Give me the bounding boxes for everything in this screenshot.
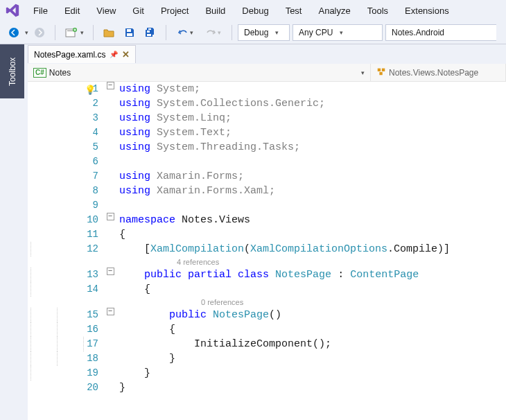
menu-extensions[interactable]: Extensions bbox=[396, 3, 457, 19]
open-file-button[interactable] bbox=[99, 24, 119, 42]
codelens-references[interactable]: 4 references bbox=[28, 256, 506, 268]
caret-down-icon: ▾ bbox=[275, 29, 279, 36]
vs-logo bbox=[4, 2, 21, 19]
fold-toggle[interactable]: − bbox=[107, 308, 114, 315]
menu-build[interactable]: Build bbox=[197, 3, 234, 19]
configuration-combo[interactable]: Debug ▾ bbox=[238, 24, 290, 41]
navbar-project-label: Notes bbox=[49, 68, 71, 78]
menu-test[interactable]: Test bbox=[277, 3, 311, 19]
caret-down-icon: ▾ bbox=[361, 69, 365, 76]
svg-point-1 bbox=[35, 28, 44, 37]
svg-point-0 bbox=[9, 28, 19, 37]
toolbox-label: Toolbox bbox=[8, 57, 17, 85]
caret-down-icon: ▾ bbox=[340, 29, 343, 36]
line-number: 12 bbox=[28, 242, 104, 256]
code-navbar: C# Notes ▾ Notes.Views.NotesPage bbox=[28, 64, 506, 82]
save-button[interactable] bbox=[120, 24, 139, 42]
svg-rect-8 bbox=[147, 30, 150, 33]
menu-view[interactable]: View bbox=[88, 3, 124, 19]
line-number: 17 bbox=[28, 337, 104, 351]
codelens-references[interactable]: 0 references bbox=[28, 297, 506, 308]
line-number: 7 bbox=[28, 169, 104, 184]
menu-debug[interactable]: Debug bbox=[234, 3, 277, 19]
line-number: 3 bbox=[28, 111, 104, 125]
line-number: 8 bbox=[28, 184, 104, 198]
document-tab[interactable]: NotesPage.xaml.cs 📌 ✕ bbox=[28, 45, 136, 63]
svg-rect-12 bbox=[379, 72, 382, 75]
lightbulb-icon[interactable]: 💡 bbox=[85, 83, 96, 98]
close-icon[interactable]: ✕ bbox=[122, 49, 130, 60]
line-number: 15 bbox=[28, 308, 104, 322]
fold-toggle[interactable]: − bbox=[107, 268, 114, 275]
startup-project-combo[interactable]: Notes.Android bbox=[385, 24, 496, 41]
platform-value: Any CPU bbox=[299, 28, 333, 37]
fold-toggle[interactable]: − bbox=[107, 213, 114, 220]
menu-project[interactable]: Project bbox=[152, 3, 197, 19]
line-number: 20 bbox=[28, 380, 104, 395]
svg-rect-5 bbox=[127, 29, 131, 32]
editor-area: NotesPage.xaml.cs 📌 ✕ C# Notes ▾ Notes.V… bbox=[28, 57, 506, 420]
csharp-icon: C# bbox=[33, 68, 46, 78]
line-number: 4 bbox=[28, 125, 104, 140]
configuration-value: Debug bbox=[244, 28, 268, 37]
tab-filename: NotesPage.xaml.cs bbox=[34, 50, 105, 60]
menu-file[interactable]: File bbox=[25, 3, 56, 19]
line-number: 18 bbox=[28, 351, 104, 366]
svg-rect-10 bbox=[378, 69, 381, 71]
caret-down-icon[interactable]: ▾ bbox=[25, 29, 28, 36]
line-number: 9 bbox=[28, 198, 104, 213]
class-icon bbox=[376, 67, 386, 78]
line-number: 2 bbox=[28, 96, 104, 111]
pin-icon[interactable]: 📌 bbox=[110, 51, 118, 58]
menu-edit[interactable]: Edit bbox=[56, 3, 88, 19]
redo-button[interactable]: ▾ bbox=[200, 24, 226, 42]
navbar-type[interactable]: Notes.Views.NotesPage bbox=[371, 64, 506, 81]
document-tab-well: NotesPage.xaml.cs 📌 ✕ bbox=[28, 44, 506, 64]
menubar: File Edit View Git Project Build Debug T… bbox=[0, 0, 506, 21]
toolbar: ▾ ▾ ▾ ▾ Debug ▾ bbox=[0, 21, 506, 44]
navbar-project[interactable]: C# Notes ▾ bbox=[28, 64, 371, 81]
code-editor[interactable]: 1💡−using System; 2using System.Collectio… bbox=[28, 82, 506, 420]
menu-git[interactable]: Git bbox=[124, 3, 152, 19]
nav-back-button[interactable] bbox=[4, 24, 24, 42]
save-all-button[interactable] bbox=[141, 24, 160, 42]
line-number: 13 bbox=[28, 268, 104, 282]
line-number: 5 bbox=[28, 140, 104, 155]
fold-toggle[interactable]: − bbox=[107, 82, 114, 89]
line-number: 16 bbox=[28, 322, 104, 337]
platform-combo[interactable]: Any CPU ▾ bbox=[293, 24, 383, 41]
svg-rect-11 bbox=[382, 69, 385, 71]
startup-project-value: Notes.Android bbox=[392, 28, 444, 37]
navbar-type-label: Notes.Views.NotesPage bbox=[389, 68, 478, 78]
undo-button[interactable]: ▾ bbox=[172, 24, 198, 42]
toolbox-panel-tab[interactable]: Toolbox bbox=[0, 44, 24, 98]
line-number: 14 bbox=[28, 282, 104, 297]
line-number: 6 bbox=[28, 155, 104, 169]
new-project-button[interactable]: ▾ bbox=[61, 24, 87, 42]
line-number: 19 bbox=[28, 366, 104, 380]
svg-rect-3 bbox=[67, 30, 73, 31]
menu-tools[interactable]: Tools bbox=[359, 3, 396, 19]
nav-forward-button[interactable] bbox=[30, 24, 49, 42]
menu-analyze[interactable]: Analyze bbox=[310, 3, 358, 19]
svg-rect-9 bbox=[147, 34, 151, 36]
svg-rect-6 bbox=[127, 33, 132, 36]
line-number: 11 bbox=[28, 227, 104, 242]
line-number: 10 bbox=[28, 213, 104, 227]
